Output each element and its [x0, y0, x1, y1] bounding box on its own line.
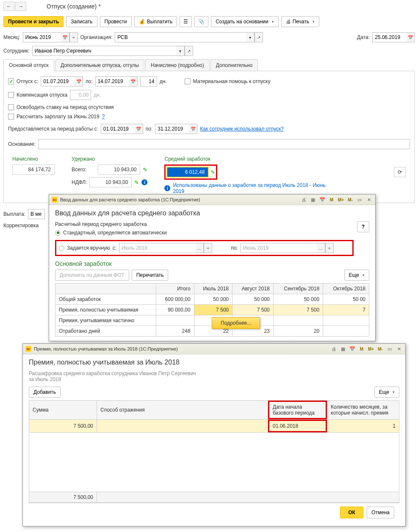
- nav-back-button[interactable]: ←: [3, 2, 14, 11]
- vacation-checkbox[interactable]: [8, 78, 14, 84]
- open-icon[interactable]: ↗: [255, 32, 263, 42]
- calc-salary-checkbox[interactable]: [8, 114, 14, 120]
- basis-label: Основание:: [8, 141, 36, 147]
- total-label: Всего:: [72, 167, 86, 173]
- withheld-label: Удержано: [72, 156, 147, 162]
- vacation-to-label: по:: [86, 78, 93, 84]
- post-button[interactable]: Провести: [100, 16, 132, 27]
- compensation-label: Компенсация отпуска: [17, 92, 67, 98]
- withheld-total: 10 943,00: [98, 164, 140, 175]
- info-icon: i: [164, 185, 170, 191]
- money-icon: 💰: [139, 19, 145, 25]
- period-to-input[interactable]: [155, 124, 189, 134]
- org-label: Организация:: [80, 34, 113, 40]
- how-used-link[interactable]: Как сотрудник использовал отпуск?: [200, 126, 284, 132]
- radio-auto-label: Стандартный, определяется автоматически: [63, 230, 167, 230]
- save-button[interactable]: Записать: [66, 16, 97, 27]
- page-title: Отпуск (создание) *: [47, 3, 101, 10]
- print-icon[interactable]: 🖨: [300, 196, 307, 203]
- correction-label: Корректировка: [3, 223, 39, 228]
- calendar-icon[interactable]: 📅: [61, 32, 69, 42]
- vacation-from-label: Отпуск с:: [17, 78, 38, 84]
- employee-input[interactable]: [32, 46, 176, 56]
- radio-auto[interactable]: [55, 230, 61, 231]
- m-minus-button[interactable]: M-: [346, 196, 354, 203]
- help-button[interactable]: ?: [357, 221, 369, 230]
- spinner-icon[interactable]: ÷: [69, 32, 78, 42]
- tab-main-vacation[interactable]: Основной отпуск: [3, 59, 54, 71]
- nav-forward-button[interactable]: →: [15, 2, 26, 11]
- vacation-days-input[interactable]: [140, 76, 157, 86]
- printer-icon: 🖨: [286, 19, 291, 25]
- minimize-icon[interactable]: ▭: [356, 196, 363, 203]
- calendar-icon[interactable]: 📅: [129, 76, 138, 86]
- attach-icon-button[interactable]: 📎: [194, 16, 208, 27]
- basis-input[interactable]: [38, 139, 410, 149]
- accrued-value: 84 174,72: [12, 164, 55, 175]
- pencil-icon[interactable]: ✎: [143, 167, 147, 173]
- avg-earnings-label: Средний заработок: [164, 156, 406, 162]
- month-input[interactable]: [23, 32, 61, 42]
- tab-additional[interactable]: Дополнительные отпуска, отгулы: [55, 59, 144, 71]
- calc-period-label: Расчетный период среднего заработка: [55, 221, 354, 227]
- print-button[interactable]: 🖨 Печать: [281, 16, 319, 27]
- compensation-days-input[interactable]: [70, 90, 91, 100]
- days-label: дн.: [160, 78, 167, 84]
- calendar-icon[interactable]: 📅: [318, 196, 326, 203]
- employee-label: Сотрудник:: [3, 48, 30, 54]
- calendar-icon[interactable]: 📅: [406, 32, 415, 42]
- create-based-button[interactable]: Создать на основании: [211, 16, 279, 27]
- open-icon[interactable]: ↗: [185, 46, 193, 56]
- matpom-checkbox[interactable]: [185, 78, 191, 84]
- calc-salary-label: Рассчитать зарплату за Июнь 2019: [17, 114, 100, 120]
- release-label: Освободить ставку на период отсутствия: [17, 104, 114, 110]
- vacation-to-input[interactable]: [95, 76, 129, 86]
- modal1-title: Ввод данных для расчета среднего заработ…: [55, 209, 369, 217]
- avg-earnings-value: 6 012,48: [166, 167, 209, 178]
- work-period-label: Предоставляется за период работы с:: [8, 126, 98, 132]
- month-label: Месяц:: [3, 34, 20, 40]
- date-label: Дата:: [357, 34, 370, 40]
- calendar-icon[interactable]: 📅: [189, 124, 197, 134]
- ndfl-label: НДФЛ:: [72, 179, 87, 185]
- help-icon[interactable]: ?: [102, 114, 105, 120]
- compensation-checkbox[interactable]: [8, 92, 14, 98]
- org-input[interactable]: [115, 32, 246, 42]
- pencil-icon[interactable]: ✎: [210, 169, 215, 175]
- m-plus-button[interactable]: M+: [337, 196, 345, 203]
- grid-icon[interactable]: ▦: [309, 196, 317, 203]
- release-checkbox[interactable]: [8, 104, 14, 110]
- ndfl-value: 10 943,00: [89, 177, 132, 187]
- dropdown-icon[interactable]: ▾: [246, 32, 255, 42]
- pay-button[interactable]: 💰Выплатить: [134, 16, 177, 27]
- pencil-icon[interactable]: ✎: [134, 179, 139, 186]
- accrued-label: Начислено: [12, 156, 55, 162]
- payment-label: Выплата:: [3, 211, 25, 217]
- date-input[interactable]: [372, 32, 406, 42]
- payment-input[interactable]: [28, 209, 45, 219]
- refresh-button[interactable]: ⟳: [394, 167, 406, 177]
- app-1c-icon: 1C: [52, 197, 58, 203]
- m-button[interactable]: M: [328, 196, 335, 203]
- list-icon-button[interactable]: ☰: [180, 16, 192, 27]
- period-to-label: по:: [146, 126, 153, 132]
- matpom-label: Материальная помощь к отпуску: [193, 78, 271, 84]
- dropdown-icon[interactable]: ▾: [176, 46, 185, 56]
- post-close-button[interactable]: Провести и закрыть: [3, 16, 64, 27]
- modal1-window-title: Ввод данных для расчета среднего заработ…: [60, 197, 200, 202]
- tab-extra[interactable]: Дополнительно: [210, 59, 258, 71]
- close-icon[interactable]: ✕: [365, 196, 373, 203]
- calendar-icon[interactable]: 📅: [75, 76, 83, 86]
- vacation-from-input[interactable]: [41, 76, 75, 86]
- calendar-icon[interactable]: 📅: [135, 124, 143, 134]
- info-icon[interactable]: i: [141, 179, 147, 185]
- tab-accrued-detail[interactable]: Начислено (подробно): [145, 59, 210, 71]
- comp-days-label: дн.: [94, 92, 101, 98]
- period-from-input[interactable]: [101, 124, 135, 134]
- avg-info-text: Использованы данные о заработке за перио…: [173, 182, 334, 194]
